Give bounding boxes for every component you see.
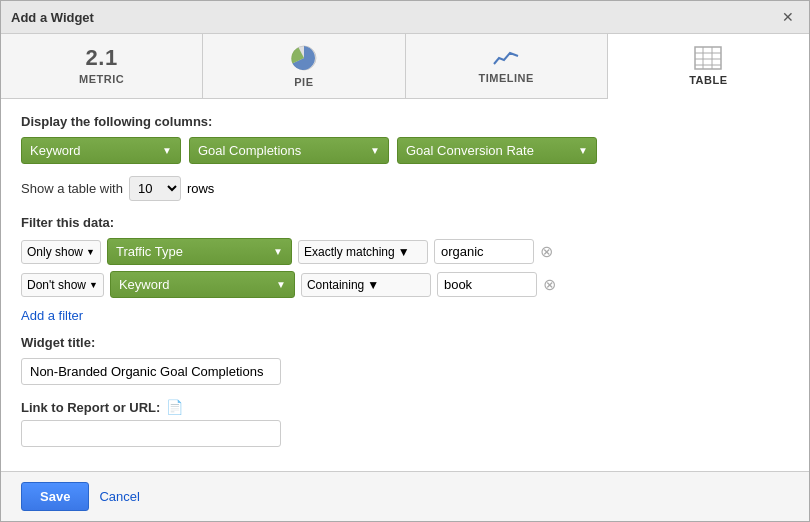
filter1-show-select[interactable]: Only show ▼ [21, 240, 101, 264]
tab-metric-label: METRIC [79, 73, 124, 85]
save-button[interactable]: Save [21, 482, 89, 511]
column-keyword-label: Keyword [30, 143, 81, 158]
filter2-field-select[interactable]: Keyword ▼ [110, 271, 295, 298]
rows-label: Show a table with [21, 181, 123, 196]
keyword-arrow-icon: ▼ [162, 145, 172, 156]
filter1-match-label: Exactly matching [304, 245, 395, 259]
cancel-button[interactable]: Cancel [99, 489, 139, 504]
tabs-bar: 2.1 METRIC PIE TIMELINE [1, 34, 809, 99]
widget-title-section: Widget title: [21, 335, 789, 385]
link-input[interactable] [21, 420, 281, 447]
filter1-value-input[interactable] [434, 239, 534, 264]
filter2-value-input[interactable] [437, 272, 537, 297]
rows-unit: rows [187, 181, 214, 196]
link-doc-icon[interactable]: 📄 [166, 399, 183, 415]
filter2-show-select[interactable]: Don't show ▼ [21, 273, 104, 297]
filter1-field-arrow-icon: ▼ [273, 246, 283, 257]
rows-count-select[interactable]: 10 25 50 100 [129, 176, 181, 201]
dialog-header: Add a Widget ✕ [1, 1, 809, 34]
column-goal-completions-label: Goal Completions [198, 143, 301, 158]
filter-row-2: Don't show ▼ Keyword ▼ Containing ▼ ⊗ [21, 271, 789, 298]
svg-rect-2 [695, 47, 721, 69]
widget-title-input[interactable] [21, 358, 281, 385]
filter2-match-select[interactable]: Containing ▼ [301, 273, 431, 297]
filter1-field-select[interactable]: Traffic Type ▼ [107, 238, 292, 265]
dialog-title: Add a Widget [11, 10, 94, 25]
goal-completions-arrow-icon: ▼ [370, 145, 380, 156]
filter-section: Filter this data: Only show ▼ Traffic Ty… [21, 215, 789, 323]
column-keyword-select[interactable]: Keyword ▼ [21, 137, 181, 164]
filter1-match-select[interactable]: Exactly matching ▼ [298, 240, 428, 264]
dialog-body: Display the following columns: Keyword ▼… [1, 99, 809, 471]
column-goal-completions-select[interactable]: Goal Completions ▼ [189, 137, 389, 164]
tab-timeline[interactable]: TIMELINE [406, 34, 608, 98]
link-section: Link to Report or URL: 📄 [21, 399, 789, 447]
columns-row: Keyword ▼ Goal Completions ▼ Goal Conver… [21, 137, 789, 164]
filter1-match-arrow-icon: ▼ [398, 245, 410, 259]
timeline-chart-icon [492, 48, 520, 68]
filter2-clear-icon[interactable]: ⊗ [543, 277, 556, 293]
filter2-show-arrow-icon: ▼ [89, 280, 98, 290]
tab-timeline-label: TIMELINE [478, 72, 533, 84]
filter1-clear-icon[interactable]: ⊗ [540, 244, 553, 260]
filter1-show-label: Only show [27, 245, 83, 259]
metric-number: 2.1 [86, 47, 118, 69]
filter2-match-label: Containing [307, 278, 364, 292]
tab-pie-label: PIE [294, 76, 313, 88]
filter1-show-arrow-icon: ▼ [86, 247, 95, 257]
filter2-field-arrow-icon: ▼ [276, 279, 286, 290]
tab-table-label: TABLE [689, 74, 727, 86]
filter-label: Filter this data: [21, 215, 789, 230]
column-goal-rate-select[interactable]: Goal Conversion Rate ▼ [397, 137, 597, 164]
pie-chart-icon [290, 44, 318, 72]
filter2-match-arrow-icon: ▼ [367, 278, 379, 292]
filter2-field-label: Keyword [119, 277, 170, 292]
add-filter-link[interactable]: Add a filter [21, 308, 83, 323]
table-chart-icon [694, 46, 722, 70]
tab-pie[interactable]: PIE [203, 34, 405, 98]
link-label-row: Link to Report or URL: 📄 [21, 399, 789, 415]
close-button[interactable]: ✕ [777, 7, 799, 27]
column-goal-rate-label: Goal Conversion Rate [406, 143, 534, 158]
filter2-show-label: Don't show [27, 278, 86, 292]
dialog-footer: Save Cancel [1, 471, 809, 521]
tab-metric[interactable]: 2.1 METRIC [1, 34, 203, 98]
tab-table[interactable]: TABLE [608, 34, 809, 99]
filter1-field-label: Traffic Type [116, 244, 183, 259]
link-label: Link to Report or URL: [21, 400, 160, 415]
add-widget-dialog: Add a Widget ✕ 2.1 METRIC PIE T [0, 0, 810, 522]
rows-row: Show a table with 10 25 50 100 rows [21, 176, 789, 201]
widget-title-label: Widget title: [21, 335, 789, 350]
goal-rate-arrow-icon: ▼ [578, 145, 588, 156]
columns-label: Display the following columns: [21, 114, 789, 129]
filter-row-1: Only show ▼ Traffic Type ▼ Exactly match… [21, 238, 789, 265]
